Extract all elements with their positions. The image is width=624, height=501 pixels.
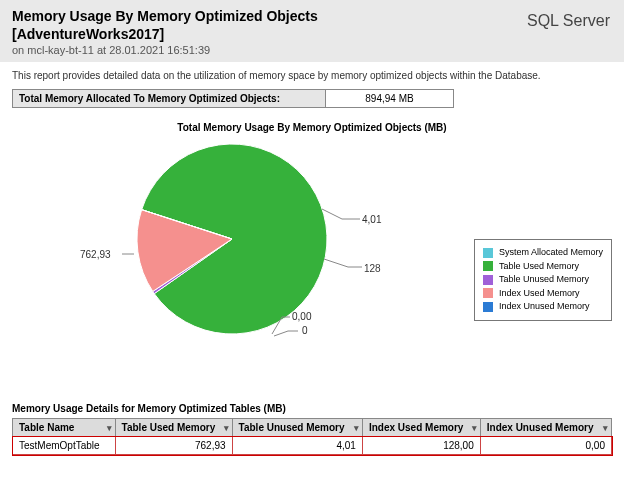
sort-icon[interactable]: ▾ — [107, 423, 112, 433]
chart-title: Total Memory Usage By Memory Optimized O… — [12, 122, 612, 133]
sort-icon[interactable]: ▾ — [603, 423, 608, 433]
report-header: Memory Usage By Memory Optimized Objects… — [0, 0, 624, 62]
pie-wrapper — [132, 139, 332, 339]
col-header[interactable]: Table Name▾ — [13, 419, 116, 437]
slice-label-table-used: 762,93 — [80, 249, 111, 260]
slice-label-index-used: 128 — [364, 263, 381, 274]
col-header[interactable]: Table Used Memory▾ — [115, 419, 232, 437]
slice-label-index-unused: 0 — [302, 325, 308, 336]
legend-item: Table Unused Memory — [483, 273, 603, 287]
report-description: This report provides detailed data on th… — [12, 70, 612, 81]
cell-table-unused: 4,01 — [232, 437, 362, 455]
cell-table-name: TestMemOptTable — [13, 437, 116, 455]
sort-icon[interactable]: ▾ — [224, 423, 229, 433]
cell-index-unused: 0,00 — [480, 437, 611, 455]
legend-item: System Allocated Memory — [483, 246, 603, 260]
slice-label-system: 0,00 — [292, 311, 311, 322]
legend-item: Index Unused Memory — [483, 300, 603, 314]
total-allocated-box: Total Memory Allocated To Memory Optimiz… — [12, 89, 454, 108]
cell-table-used: 762,93 — [115, 437, 232, 455]
total-allocated-label: Total Memory Allocated To Memory Optimiz… — [13, 90, 326, 107]
pie-chart: 762,93 4,01 128 0,00 0 System Allocated … — [12, 139, 612, 379]
slice-label-table-unused: 4,01 — [362, 214, 381, 225]
col-header[interactable]: Index Used Memory▾ — [362, 419, 480, 437]
details-title: Memory Usage Details for Memory Optimize… — [12, 403, 612, 414]
col-header[interactable]: Table Unused Memory▾ — [232, 419, 362, 437]
report-title: Memory Usage By Memory Optimized Objects — [12, 8, 612, 24]
brand-label: SQL Server — [527, 12, 610, 30]
total-allocated-value: 894,94 MB — [326, 90, 453, 107]
sort-icon[interactable]: ▾ — [354, 423, 359, 433]
legend-item: Table Used Memory — [483, 260, 603, 274]
report-timestamp: on mcl-kay-bt-11 at 28.01.2021 16:51:39 — [12, 44, 612, 56]
pie-svg — [132, 139, 332, 339]
table-row[interactable]: TestMemOptTable 762,93 4,01 128,00 0,00 — [13, 437, 612, 455]
report-database: [AdventureWorks2017] — [12, 26, 612, 42]
legend-item: Index Used Memory — [483, 287, 603, 301]
sort-icon[interactable]: ▾ — [472, 423, 477, 433]
col-header[interactable]: Index Unused Memory▾ — [480, 419, 611, 437]
cell-index-used: 128,00 — [362, 437, 480, 455]
chart-legend: System Allocated Memory Table Used Memor… — [474, 239, 612, 321]
details-table: Table Name▾ Table Used Memory▾ Table Unu… — [12, 418, 612, 455]
